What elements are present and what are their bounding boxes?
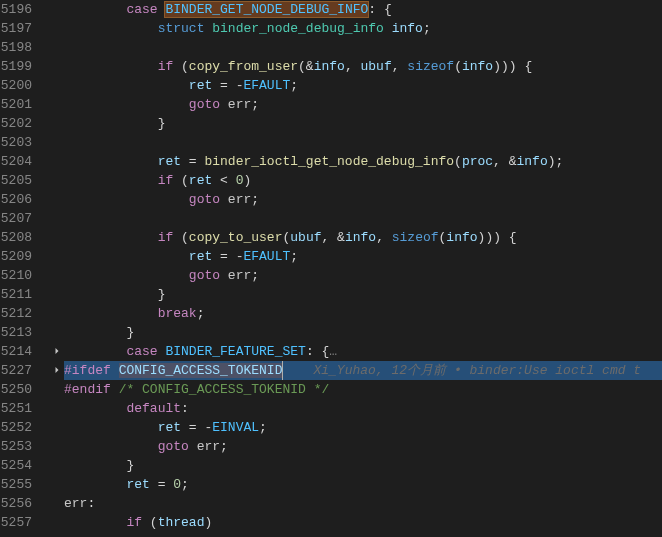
- code-line: goto err;: [64, 266, 662, 285]
- line-number: 5256: [0, 494, 32, 513]
- code-line: if (copy_to_user(ubuf, &info, sizeof(inf…: [64, 228, 662, 247]
- code-line: }: [64, 114, 662, 133]
- code-line: default:: [64, 399, 662, 418]
- selection: CONFIG_ACCESS_TOKENID: [119, 363, 283, 378]
- code-line: struct binder_node_debug_info info;: [64, 19, 662, 38]
- fold-gutter: [50, 0, 64, 537]
- line-number: 5213: [0, 323, 32, 342]
- line-number: 5204: [0, 152, 32, 171]
- code-line: ret = 0;: [64, 475, 662, 494]
- code-line-active: #ifdef CONFIG_ACCESS_TOKENIDXi_Yuhao, 12…: [64, 361, 662, 380]
- code-line: ret = -EFAULT;: [64, 76, 662, 95]
- line-number: 5212: [0, 304, 32, 323]
- line-number: 5250: [0, 380, 32, 399]
- code-line: [64, 133, 662, 152]
- code-line: }: [64, 323, 662, 342]
- line-number: 5251: [0, 399, 32, 418]
- line-number: 5207: [0, 209, 32, 228]
- line-number: 5208: [0, 228, 32, 247]
- text-cursor: [282, 361, 283, 380]
- code-area[interactable]: case BINDER_GET_NODE_DEBUG_INFO: { struc…: [64, 0, 662, 537]
- code-line: if (copy_from_user(&info, ubuf, sizeof(i…: [64, 57, 662, 76]
- line-number-gutter: 5196 5197 5198 5199 5200 5201 5202 5203 …: [0, 0, 50, 537]
- line-number: 5202: [0, 114, 32, 133]
- line-number: 5197: [0, 19, 32, 38]
- code-line: [64, 38, 662, 57]
- chevron-right-icon[interactable]: [50, 342, 64, 361]
- line-number: 5205: [0, 171, 32, 190]
- line-number: 5257: [0, 513, 32, 532]
- code-line: }: [64, 285, 662, 304]
- code-line: goto err;: [64, 437, 662, 456]
- code-line: if (ret < 0): [64, 171, 662, 190]
- code-line: case BINDER_FEATURE_SET: {…: [64, 342, 662, 361]
- code-line: err:: [64, 494, 662, 513]
- code-line: goto err;: [64, 95, 662, 114]
- code-line: break;: [64, 304, 662, 323]
- git-blame-annotation: Xi_Yuhao, 12个月前 • binder:Use ioctl cmd t: [313, 363, 641, 378]
- line-number: 5210: [0, 266, 32, 285]
- line-number: 5206: [0, 190, 32, 209]
- line-number: 5198: [0, 38, 32, 57]
- line-number: 5201: [0, 95, 32, 114]
- code-line: ret = -EINVAL;: [64, 418, 662, 437]
- code-line: goto err;: [64, 190, 662, 209]
- line-number: 5199: [0, 57, 32, 76]
- line-number: 5203: [0, 133, 32, 152]
- code-line: }: [64, 456, 662, 475]
- line-number: 5211: [0, 285, 32, 304]
- code-line: #endif /* CONFIG_ACCESS_TOKENID */: [64, 380, 662, 399]
- line-number: 5200: [0, 76, 32, 95]
- line-number: 5254: [0, 456, 32, 475]
- line-number: 5253: [0, 437, 32, 456]
- line-number: 5196: [0, 0, 32, 19]
- code-line: if (thread): [64, 513, 662, 532]
- code-line: ret = binder_ioctl_get_node_debug_info(p…: [64, 152, 662, 171]
- line-number: 5214: [0, 342, 32, 361]
- chevron-right-icon[interactable]: [50, 361, 64, 380]
- code-editor[interactable]: 5196 5197 5198 5199 5200 5201 5202 5203 …: [0, 0, 662, 537]
- code-line: [64, 209, 662, 228]
- line-number: 5209: [0, 247, 32, 266]
- line-number: 5255: [0, 475, 32, 494]
- code-line: ret = -EFAULT;: [64, 247, 662, 266]
- line-number: 5252: [0, 418, 32, 437]
- code-line: case BINDER_GET_NODE_DEBUG_INFO: {: [64, 0, 662, 19]
- line-number: 5227: [0, 361, 32, 380]
